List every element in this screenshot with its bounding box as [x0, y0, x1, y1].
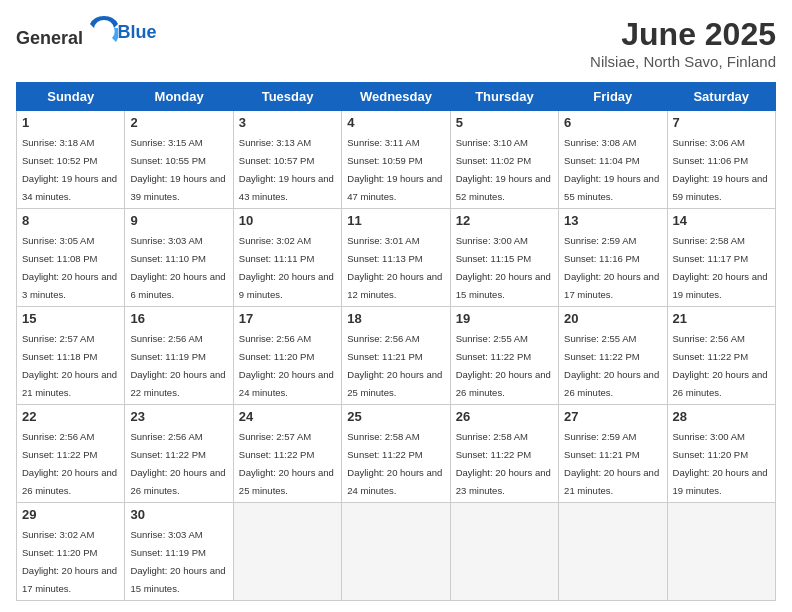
day-info: Sunrise: 3:13 AMSunset: 10:57 PMDaylight…	[239, 137, 334, 202]
table-row: 26 Sunrise: 2:58 AMSunset: 11:22 PMDayli…	[450, 405, 558, 503]
day-info: Sunrise: 3:01 AMSunset: 11:13 PMDaylight…	[347, 235, 442, 300]
day-number: 2	[130, 115, 227, 130]
day-number: 14	[673, 213, 770, 228]
table-row	[667, 503, 775, 601]
table-row: 16 Sunrise: 2:56 AMSunset: 11:19 PMDayli…	[125, 307, 233, 405]
table-row	[559, 503, 667, 601]
table-row: 19 Sunrise: 2:55 AMSunset: 11:22 PMDayli…	[450, 307, 558, 405]
table-row: 17 Sunrise: 2:56 AMSunset: 11:20 PMDayli…	[233, 307, 341, 405]
day-info: Sunrise: 2:56 AMSunset: 11:20 PMDaylight…	[239, 333, 334, 398]
table-row: 20 Sunrise: 2:55 AMSunset: 11:22 PMDayli…	[559, 307, 667, 405]
day-number: 16	[130, 311, 227, 326]
table-row	[233, 503, 341, 601]
day-number: 24	[239, 409, 336, 424]
day-info: Sunrise: 3:15 AMSunset: 10:55 PMDaylight…	[130, 137, 225, 202]
day-number: 12	[456, 213, 553, 228]
table-row: 23 Sunrise: 2:56 AMSunset: 11:22 PMDayli…	[125, 405, 233, 503]
day-info: Sunrise: 2:56 AMSunset: 11:22 PMDaylight…	[22, 431, 117, 496]
month-title: June 2025	[590, 16, 776, 53]
table-row: 1 Sunrise: 3:18 AMSunset: 10:52 PMDaylig…	[17, 111, 125, 209]
day-info: Sunrise: 2:56 AMSunset: 11:21 PMDaylight…	[347, 333, 442, 398]
page-header: General Blue June 2025 Nilsiae, North Sa…	[16, 16, 776, 70]
table-row: 25 Sunrise: 2:58 AMSunset: 11:22 PMDayli…	[342, 405, 450, 503]
day-info: Sunrise: 2:58 AMSunset: 11:17 PMDaylight…	[673, 235, 768, 300]
col-tuesday: Tuesday	[233, 83, 341, 111]
day-info: Sunrise: 3:05 AMSunset: 11:08 PMDaylight…	[22, 235, 117, 300]
day-info: Sunrise: 3:00 AMSunset: 11:20 PMDaylight…	[673, 431, 768, 496]
table-row: 12 Sunrise: 3:00 AMSunset: 11:15 PMDayli…	[450, 209, 558, 307]
table-row: 22 Sunrise: 2:56 AMSunset: 11:22 PMDayli…	[17, 405, 125, 503]
table-row: 27 Sunrise: 2:59 AMSunset: 11:21 PMDayli…	[559, 405, 667, 503]
table-row: 28 Sunrise: 3:00 AMSunset: 11:20 PMDayli…	[667, 405, 775, 503]
day-number: 17	[239, 311, 336, 326]
table-row: 15 Sunrise: 2:57 AMSunset: 11:18 PMDayli…	[17, 307, 125, 405]
day-info: Sunrise: 3:03 AMSunset: 11:19 PMDaylight…	[130, 529, 225, 594]
table-row: 21 Sunrise: 2:56 AMSunset: 11:22 PMDayli…	[667, 307, 775, 405]
table-row	[342, 503, 450, 601]
day-number: 13	[564, 213, 661, 228]
day-number: 9	[130, 213, 227, 228]
calendar-week-row: 1 Sunrise: 3:18 AMSunset: 10:52 PMDaylig…	[17, 111, 776, 209]
col-friday: Friday	[559, 83, 667, 111]
day-number: 3	[239, 115, 336, 130]
day-info: Sunrise: 2:58 AMSunset: 11:22 PMDaylight…	[347, 431, 442, 496]
table-row	[450, 503, 558, 601]
day-info: Sunrise: 2:57 AMSunset: 11:22 PMDaylight…	[239, 431, 334, 496]
table-row: 14 Sunrise: 2:58 AMSunset: 11:17 PMDayli…	[667, 209, 775, 307]
logo-text-general: General	[16, 28, 83, 48]
table-row: 9 Sunrise: 3:03 AMSunset: 11:10 PMDaylig…	[125, 209, 233, 307]
day-number: 19	[456, 311, 553, 326]
table-row: 3 Sunrise: 3:13 AMSunset: 10:57 PMDaylig…	[233, 111, 341, 209]
day-info: Sunrise: 3:06 AMSunset: 11:06 PMDaylight…	[673, 137, 768, 202]
table-row: 18 Sunrise: 2:56 AMSunset: 11:21 PMDayli…	[342, 307, 450, 405]
table-row: 13 Sunrise: 2:59 AMSunset: 11:16 PMDayli…	[559, 209, 667, 307]
day-number: 25	[347, 409, 444, 424]
day-number: 22	[22, 409, 119, 424]
day-number: 11	[347, 213, 444, 228]
day-info: Sunrise: 2:55 AMSunset: 11:22 PMDaylight…	[456, 333, 551, 398]
table-row: 24 Sunrise: 2:57 AMSunset: 11:22 PMDayli…	[233, 405, 341, 503]
day-number: 18	[347, 311, 444, 326]
calendar-week-row: 22 Sunrise: 2:56 AMSunset: 11:22 PMDayli…	[17, 405, 776, 503]
table-row: 30 Sunrise: 3:03 AMSunset: 11:19 PMDayli…	[125, 503, 233, 601]
day-info: Sunrise: 2:58 AMSunset: 11:22 PMDaylight…	[456, 431, 551, 496]
calendar-week-row: 15 Sunrise: 2:57 AMSunset: 11:18 PMDayli…	[17, 307, 776, 405]
day-info: Sunrise: 3:10 AMSunset: 11:02 PMDaylight…	[456, 137, 551, 202]
day-number: 20	[564, 311, 661, 326]
col-monday: Monday	[125, 83, 233, 111]
day-number: 28	[673, 409, 770, 424]
calendar-week-row: 29 Sunrise: 3:02 AMSunset: 11:20 PMDayli…	[17, 503, 776, 601]
day-number: 30	[130, 507, 227, 522]
day-info: Sunrise: 3:02 AMSunset: 11:20 PMDaylight…	[22, 529, 117, 594]
day-number: 7	[673, 115, 770, 130]
day-info: Sunrise: 3:11 AMSunset: 10:59 PMDaylight…	[347, 137, 442, 202]
day-number: 5	[456, 115, 553, 130]
calendar-week-row: 8 Sunrise: 3:05 AMSunset: 11:08 PMDaylig…	[17, 209, 776, 307]
day-number: 4	[347, 115, 444, 130]
day-info: Sunrise: 3:00 AMSunset: 11:15 PMDaylight…	[456, 235, 551, 300]
calendar-table: Sunday Monday Tuesday Wednesday Thursday…	[16, 82, 776, 601]
title-block: June 2025 Nilsiae, North Savo, Finland	[590, 16, 776, 70]
day-number: 6	[564, 115, 661, 130]
day-info: Sunrise: 2:57 AMSunset: 11:18 PMDaylight…	[22, 333, 117, 398]
logo-text-blue: Blue	[118, 22, 157, 42]
table-row: 8 Sunrise: 3:05 AMSunset: 11:08 PMDaylig…	[17, 209, 125, 307]
day-info: Sunrise: 3:08 AMSunset: 11:04 PMDaylight…	[564, 137, 659, 202]
logo-icon	[90, 16, 118, 44]
day-number: 23	[130, 409, 227, 424]
day-number: 29	[22, 507, 119, 522]
day-number: 21	[673, 311, 770, 326]
table-row: 10 Sunrise: 3:02 AMSunset: 11:11 PMDayli…	[233, 209, 341, 307]
table-row: 4 Sunrise: 3:11 AMSunset: 10:59 PMDaylig…	[342, 111, 450, 209]
day-number: 1	[22, 115, 119, 130]
day-info: Sunrise: 3:03 AMSunset: 11:10 PMDaylight…	[130, 235, 225, 300]
day-info: Sunrise: 3:18 AMSunset: 10:52 PMDaylight…	[22, 137, 117, 202]
day-info: Sunrise: 2:56 AMSunset: 11:22 PMDaylight…	[673, 333, 768, 398]
day-number: 27	[564, 409, 661, 424]
day-number: 8	[22, 213, 119, 228]
day-info: Sunrise: 2:59 AMSunset: 11:16 PMDaylight…	[564, 235, 659, 300]
col-saturday: Saturday	[667, 83, 775, 111]
day-info: Sunrise: 3:02 AMSunset: 11:11 PMDaylight…	[239, 235, 334, 300]
col-sunday: Sunday	[17, 83, 125, 111]
col-wednesday: Wednesday	[342, 83, 450, 111]
